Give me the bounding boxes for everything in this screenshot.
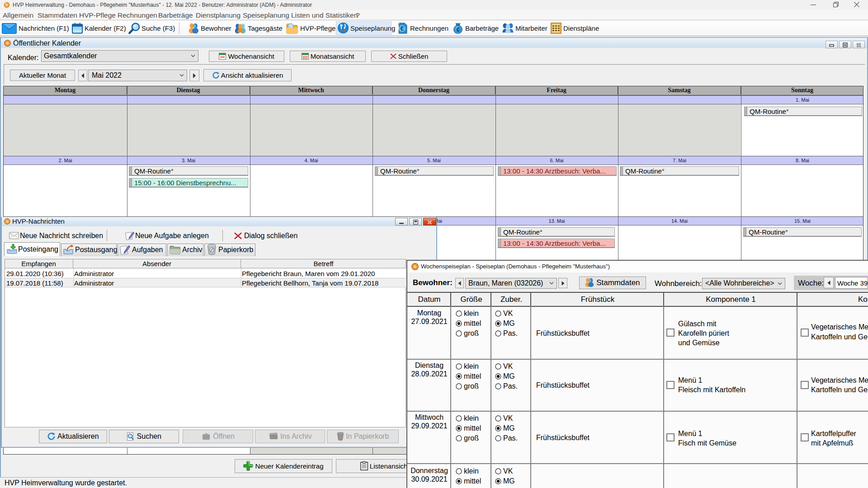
svg-text:€: € [456, 26, 459, 33]
svg-text:€: € [401, 25, 404, 32]
